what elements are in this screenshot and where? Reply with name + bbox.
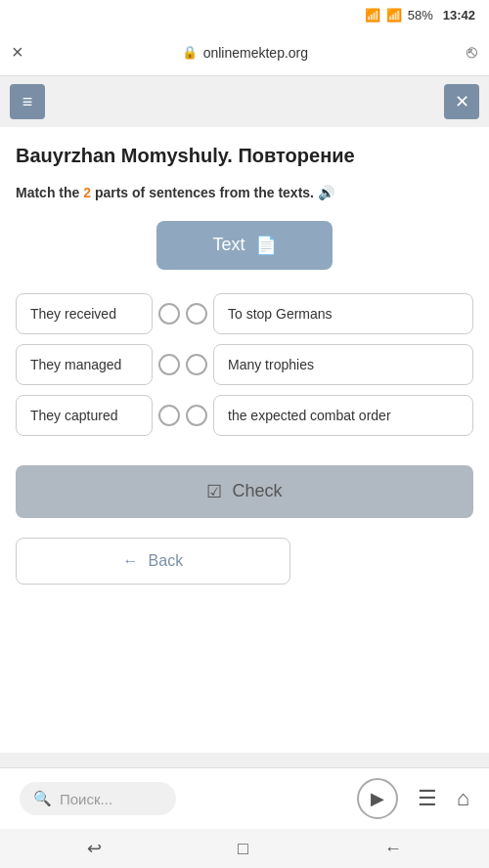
list-icon[interactable]: ☰ xyxy=(418,786,437,811)
play-button[interactable]: ▶ xyxy=(357,778,398,819)
radio-group-1 xyxy=(158,303,207,325)
radio-group-3 xyxy=(158,405,207,426)
app-header: ≡ ✕ xyxy=(0,76,489,127)
bottom-nav: 🔍 Поиск... ▶ ☰ ⌂ xyxy=(0,767,489,829)
play-icon: ▶ xyxy=(371,788,384,809)
status-bar: 📶 📶 58% 13:42 xyxy=(0,0,489,29)
nav-icons: ▶ ☰ ⌂ xyxy=(186,778,469,819)
match-right-item: the expected combat order xyxy=(213,395,473,436)
match-right-item: Many trophies xyxy=(213,344,473,385)
match-row: They captured the expected combat order xyxy=(16,395,473,436)
url-text: onlinemektep.org xyxy=(203,45,308,61)
close-button[interactable]: ✕ xyxy=(444,84,479,119)
radio-right-3[interactable] xyxy=(186,405,207,426)
radio-left-1[interactable] xyxy=(158,303,180,325)
search-icon: 🔍 xyxy=(33,790,52,807)
wifi-icon: 📶 xyxy=(365,8,380,22)
browser-close-button[interactable]: × xyxy=(12,41,23,64)
page-content: Bauyrzhan Momyshuly. Повторение Match th… xyxy=(0,127,489,753)
instruction-text: Match the 2 parts of sentences from the … xyxy=(16,184,473,203)
check-button[interactable]: ☑ Check xyxy=(16,465,473,518)
page-title: Bauyrzhan Momyshuly. Повторение xyxy=(16,143,473,168)
match-row: They managed Many trophies xyxy=(16,344,473,385)
text-button[interactable]: Text 📄 xyxy=(156,221,333,270)
time-display: 13:42 xyxy=(443,8,475,22)
match-row: They received To stop Germans xyxy=(16,293,473,334)
radio-right-1[interactable] xyxy=(186,303,207,325)
sys-home-icon[interactable]: □ xyxy=(238,839,248,859)
check-icon: ☑ xyxy=(206,481,222,502)
match-container: They received To stop Germans They manag… xyxy=(16,293,473,436)
match-right-item: To stop Germans xyxy=(213,293,473,334)
radio-group-2 xyxy=(158,354,207,375)
menu-button[interactable]: ≡ xyxy=(10,84,45,119)
back-button[interactable]: ← Back xyxy=(16,538,290,585)
text-button-label: Text xyxy=(212,235,244,255)
share-icon[interactable]: ⎋ xyxy=(467,42,477,63)
speaker-icon[interactable]: 🔊 xyxy=(318,185,334,200)
check-button-label: Check xyxy=(232,481,282,501)
browser-bar: × 🔒 onlinemektep.org ⎋ xyxy=(0,29,489,76)
home-icon[interactable]: ⌂ xyxy=(457,786,469,811)
match-left-item: They captured xyxy=(16,395,153,436)
back-arrow-icon: ← xyxy=(123,552,139,570)
instruction-number: 2 xyxy=(83,185,91,200)
sys-prev-icon[interactable]: ← xyxy=(384,839,402,859)
match-left-item: They received xyxy=(16,293,153,334)
back-button-label: Back xyxy=(149,552,184,570)
url-bar[interactable]: 🔒 onlinemektep.org xyxy=(33,45,457,61)
match-left-item: They managed xyxy=(16,344,153,385)
radio-left-2[interactable] xyxy=(158,354,180,375)
sys-back-icon[interactable]: ↩ xyxy=(87,838,102,859)
radio-left-3[interactable] xyxy=(158,405,180,426)
book-icon: 📄 xyxy=(255,235,277,256)
system-nav: ↩ □ ← xyxy=(0,829,489,868)
search-placeholder: Поиск... xyxy=(60,791,112,807)
search-bar[interactable]: 🔍 Поиск... xyxy=(20,782,176,815)
radio-right-2[interactable] xyxy=(186,354,207,375)
signal-icon: 📶 xyxy=(386,8,402,22)
battery-level: 58% xyxy=(408,8,433,22)
lock-icon: 🔒 xyxy=(182,45,198,60)
